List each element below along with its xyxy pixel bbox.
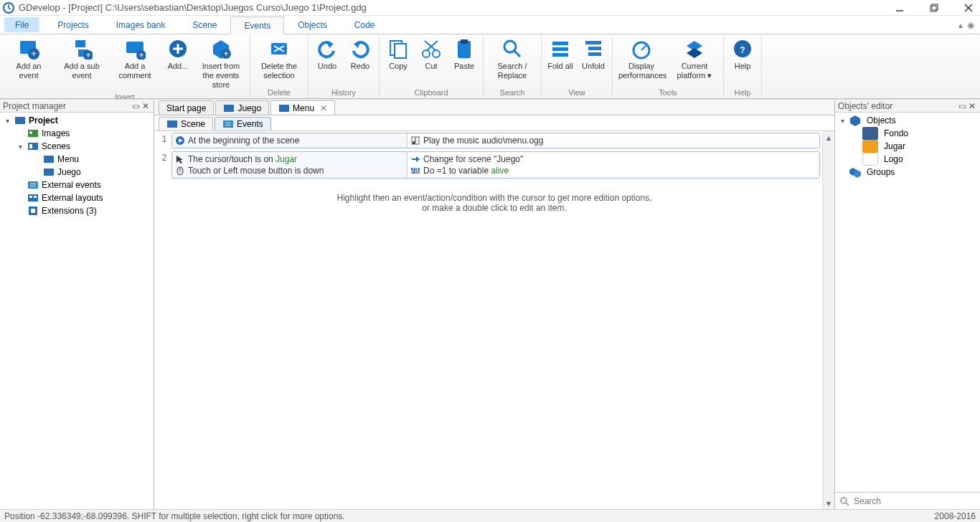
close-icon[interactable]: ✕ <box>320 103 327 113</box>
tree-scenes[interactable]: ▾Scenes <box>0 140 154 153</box>
arrow-icon <box>410 154 420 164</box>
tree-menu[interactable]: Menu <box>0 153 154 166</box>
cut-icon <box>420 37 443 60</box>
tree-extensions-3-[interactable]: Extensions (3) <box>0 204 154 217</box>
menu-scene[interactable]: Scene <box>179 16 230 34</box>
svg-line-36 <box>514 51 520 57</box>
menu-file[interactable]: File <box>4 17 39 32</box>
svg-text:+: + <box>85 50 90 60</box>
condition-line[interactable]: The cursor/touch is on Jugar <box>175 153 404 165</box>
objects-search <box>835 492 980 509</box>
event-row[interactable]: 1At the beginning of the scenePlay the m… <box>157 133 820 148</box>
event-row[interactable]: 2The cursor/touch is on JugarTouch or Le… <box>157 151 820 179</box>
objects-editor-header: Objects' editor ▭ ✕ <box>835 100 980 113</box>
ribbon-copy-button[interactable]: Copy <box>382 36 414 72</box>
add-event-icon: + <box>17 37 40 60</box>
objects-search-input[interactable] <box>854 496 976 506</box>
ribbon-search-button[interactable]: Search / Replace <box>486 36 538 82</box>
ribbon-perf-button[interactable]: Display performances <box>616 36 667 82</box>
tree-juego[interactable]: Juego <box>0 166 154 179</box>
menu-objects[interactable]: Objects <box>284 16 341 34</box>
tree-external-layouts[interactable]: External layouts <box>0 191 154 204</box>
svg-rect-61 <box>34 196 37 198</box>
svg-marker-78 <box>412 156 420 162</box>
menu-projects[interactable]: Projects <box>44 16 102 34</box>
panel-float-icon[interactable]: ▭ <box>131 101 141 111</box>
panel-close-icon[interactable]: ✕ <box>967 101 977 111</box>
conditions-column[interactable]: At the beginning of the scene <box>172 133 407 148</box>
ribbon-unfold-button[interactable]: Unfold <box>578 36 609 72</box>
action-line[interactable]: Play the music audio\menu.ogg <box>410 135 816 146</box>
svg-rect-69 <box>225 125 231 125</box>
svg-line-31 <box>425 41 436 51</box>
tab-menu[interactable]: Menu✕ <box>270 100 335 115</box>
action-line[interactable]: VarDo =1 to variable alive <box>410 165 816 176</box>
minimize-button[interactable] <box>891 1 908 14</box>
ribbon-delete-button[interactable]: Delete the selection <box>253 36 305 82</box>
tab-juego[interactable]: Juego <box>215 100 269 115</box>
action-line[interactable]: Change for scene "Juego" <box>410 153 816 165</box>
project-tree[interactable]: ▾ProjectImages▾ScenesMenuJuegoExternal e… <box>0 113 154 509</box>
tree-project[interactable]: ▾Project <box>0 114 154 127</box>
extev-icon <box>27 179 39 191</box>
ribbon-store-button[interactable]: +Insert from the events store <box>195 36 247 91</box>
ribbon-add-plus-button[interactable]: Add... <box>162 36 194 72</box>
object-logo[interactable]: Logo <box>835 153 980 166</box>
object-objects[interactable]: ▾Objects <box>835 114 980 127</box>
panel-float-icon[interactable]: ▭ <box>957 101 967 111</box>
scene-icon <box>166 118 178 130</box>
maximize-button[interactable] <box>925 1 943 14</box>
ribbon-add-subevent-button[interactable]: +Add a sub event <box>56 36 108 82</box>
svg-marker-75 <box>176 156 183 163</box>
scene-icon <box>43 166 55 178</box>
tree-external-events[interactable]: External events <box>0 179 154 191</box>
ribbon-undo-button[interactable]: Undo <box>311 36 343 72</box>
subtab-events[interactable]: Events <box>215 117 271 130</box>
ribbon-minimize-icon[interactable]: ▴ <box>958 20 963 30</box>
condition-line[interactable]: At the beginning of the scene <box>175 135 404 146</box>
close-button[interactable] <box>960 1 977 14</box>
menu-events[interactable]: Events <box>230 16 284 34</box>
ribbon-help-icon[interactable]: ◉ <box>967 20 974 30</box>
svg-text:+: + <box>31 49 36 59</box>
ribbon-cut-button[interactable]: Cut <box>415 36 447 72</box>
svg-point-29 <box>423 50 430 57</box>
scroll-up-icon[interactable]: ▴ <box>823 131 834 143</box>
ribbon-group-label: Tools <box>613 87 723 98</box>
svg-point-84 <box>841 498 847 503</box>
menu-code[interactable]: Code <box>341 16 389 34</box>
events-editor[interactable]: 1At the beginning of the scenePlay the m… <box>154 131 834 509</box>
svg-rect-54 <box>44 156 54 163</box>
scroll-down-icon[interactable]: ▾ <box>823 497 834 509</box>
subtab-scene[interactable]: Scene <box>159 117 213 130</box>
actions-column[interactable]: Change for scene "Juego"VarDo =1 to vari… <box>407 152 819 178</box>
menu-images-bank[interactable]: Images bank <box>103 16 179 34</box>
ribbon-fold-button[interactable]: Fold all <box>545 36 576 72</box>
events-icon <box>222 118 234 130</box>
svg-rect-41 <box>588 47 601 50</box>
ribbon-add-comment-button[interactable]: +Add a comment <box>109 36 161 82</box>
tree-images[interactable]: Images <box>0 127 154 140</box>
ribbon-paste-button[interactable]: Paste <box>448 36 480 72</box>
project-icon <box>14 115 26 126</box>
svg-rect-50 <box>28 130 38 137</box>
objects-tree[interactable]: ▾ObjectsFondoJugarLogoGroups <box>835 113 980 492</box>
svg-text:+: + <box>138 50 143 60</box>
tab-start-page[interactable]: Start page <box>159 100 214 115</box>
svg-rect-65 <box>279 105 289 112</box>
panel-close-icon[interactable]: ✕ <box>141 101 151 111</box>
conditions-column[interactable]: The cursor/touch is on JugarTouch or Lef… <box>172 152 407 178</box>
object-groups[interactable]: Groups <box>835 166 980 179</box>
add-comment-icon: + <box>123 37 146 60</box>
object-fondo[interactable]: Fondo <box>835 127 980 140</box>
object-jugar[interactable]: Jugar <box>835 140 980 153</box>
actions-column[interactable]: Play the music audio\menu.ogg <box>407 133 819 148</box>
ribbon-redo-button[interactable]: Redo <box>344 36 376 72</box>
condition-line[interactable]: Touch or Left mouse button is down <box>175 165 404 176</box>
ribbon-help-button[interactable]: ?Help <box>727 36 758 72</box>
project-manager-header: Project manager ▭ ✕ <box>0 100 154 113</box>
ribbon-platform-button[interactable]: Current platform ▾ <box>669 36 720 82</box>
svg-point-51 <box>29 131 32 134</box>
ribbon-add-event-button[interactable]: +Add an event <box>3 36 55 82</box>
vertical-scrollbar[interactable]: ▴ ▾ <box>822 131 834 509</box>
